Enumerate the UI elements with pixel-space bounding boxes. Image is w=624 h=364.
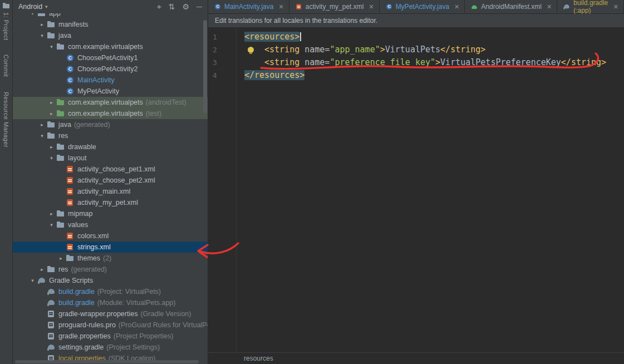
tree-item-label: manifests [58,21,89,28]
xml-file-icon [66,187,75,196]
tree-item-strings-xml[interactable]: strings.xml [13,242,208,253]
xml-file-icon [66,243,75,252]
gradle-icon [47,298,56,307]
tree-item-annotation: (Project Properties) [114,332,174,340]
tab-close-icon[interactable]: ✕ [613,3,618,11]
settings-icon[interactable]: ⚙ [183,3,190,11]
tree-item-label: strings.xml [77,243,111,251]
code-editor[interactable]: 1<resources>2<string name="app_name">Vir… [208,28,624,352]
tree-item-mypetactivity[interactable]: MyPetActivity [13,86,208,97]
breadcrumb-resources[interactable]: resources [244,355,273,362]
tree-item-label: gradle.properties [58,332,111,340]
tree-item-label: layout [68,154,86,162]
tree-item-label: res [58,132,68,140]
tree-item-drawable[interactable]: ▸drawable [13,141,208,153]
translations-notification-banner: Edit translations for all locales in the… [208,14,624,28]
tree-item-activity-main-xml[interactable]: activity_main.xml [13,186,208,197]
tree-item-com-example-virtualpets[interactable]: ▸com.example.virtualpets(test) [13,108,208,119]
stripe-item-project[interactable]: 1: Project [3,12,9,40]
project-tool-icon[interactable] [3,3,9,9]
tab-close-icon[interactable]: ✕ [368,3,374,11]
expand-arrow-icon[interactable]: ▾ [47,44,56,50]
test-folder-icon [56,98,65,107]
expand-arrow-icon[interactable]: ▾ [37,133,47,139]
collapse-arrow-icon[interactable]: ▸ [37,22,47,27]
tree-item-choosepetactivity1[interactable]: ChoosePetActivity1 [13,52,208,63]
folder-icon [56,220,65,229]
tree-item-java[interactable]: ▾java [13,30,208,41]
tree-item-build-gradle[interactable]: build.gradle(Project: VirtualPets) [13,286,208,297]
tree-item-gradle-scripts[interactable]: ▾Gradle Scripts [13,275,208,286]
properties-file-icon [47,321,56,329]
project-view-selector[interactable]: Android [18,3,42,11]
collapse-arrow-icon[interactable]: ▸ [47,144,56,150]
expand-arrow-icon[interactable]: ▾ [37,33,47,38]
expand-arrow-icon[interactable]: ▾ [47,222,56,228]
tree-item-annotation: (Project Settings) [106,343,160,351]
collapse-arrow-icon[interactable]: ▸ [47,211,56,217]
tab-close-icon[interactable]: ✕ [278,3,283,11]
tree-item-label: Gradle Scripts [49,277,93,284]
stripe-item-resource-manager[interactable]: Resource Manager [3,92,9,147]
tab-label: activity_my_pet.xml [306,3,364,11]
tree-item-build-gradle[interactable]: build.gradle(Module: VirtualPets.app) [13,297,208,308]
tab-label: AndroidManifest.xml [481,3,542,11]
tab-close-icon[interactable]: ✕ [547,3,552,11]
tree-item-values[interactable]: ▾values [13,219,208,230]
tree-item-proguard-rules-pro[interactable]: proguard-rules.pro(ProGuard Rules for Vi… [13,319,208,331]
tree-item-settings-gradle[interactable]: settings.gradle(Project Settings) [13,342,208,353]
editor-tab-mainactivity-java[interactable]: MainActivity.java✕ [208,0,289,13]
tree-item-annotation: (Module: VirtualPets.app) [97,299,176,307]
stripe-item-commit[interactable]: Commit [3,55,9,77]
xml-file-icon [66,165,75,174]
tree-item-choosepetactivity2[interactable]: ChoosePetActivity2 [13,63,208,75]
hide-panel-icon[interactable]: ─ [196,3,202,11]
class-icon [66,53,75,62]
collapse-arrow-icon[interactable]: ▸ [56,255,66,261]
collapse-arrow-icon[interactable]: ▸ [47,100,56,105]
collapse-arrow-icon[interactable]: ▸ [37,267,47,272]
tree-item-mainactivity[interactable]: MainActivity [13,75,208,86]
expand-arrow-icon[interactable]: ▾ [28,278,37,283]
tree-item-gradle-wrapper-properties[interactable]: gradle-wrapper.properties(Gradle Version… [13,308,208,319]
class-icon [66,65,75,73]
tree-item-com-example-virtualpets[interactable]: ▸com.example.virtualpets(androidTest) [13,97,208,108]
chevron-down-icon: ▾ [45,4,48,9]
collapse-all-icon[interactable]: ⇅ [169,3,175,11]
expand-arrow-icon[interactable]: ▾ [47,155,56,161]
notification-text: Edit translations for all locales in the… [215,17,377,24]
tree-item-manifests[interactable]: ▸manifests [13,19,208,30]
tree-item-colors-xml[interactable]: colors.xml [13,230,208,242]
tree-item-res[interactable]: ▸res(generated) [13,264,208,275]
intention-bulb-icon[interactable] [248,47,254,53]
tab-close-icon[interactable]: ✕ [454,3,459,11]
tree-item-res[interactable]: ▾res [13,130,208,141]
breadcrumb-bar: resources [208,352,624,364]
line-number: 3 [208,56,236,69]
project-vertical-scrollbar[interactable] [203,20,207,114]
code-text: </resources> [236,69,304,82]
editor-tab-activity-my-pet-xml[interactable]: activity_my_pet.xml✕ [289,0,380,13]
class-icon [66,76,75,85]
collapse-arrow-icon[interactable]: ▸ [37,122,47,127]
editor-tab-androidmanifest-xml[interactable]: AndroidManifest.xml✕ [465,0,557,13]
editor-tab-build-gradle-app-[interactable]: build.gradle (:app)✕ [557,0,624,13]
generated-folder-icon [47,265,56,274]
tree-item-java[interactable]: ▸java(generated) [13,119,208,130]
code-line: 3<string name="preference_file_key">Virt… [208,56,624,69]
tree-item-gradle-properties[interactable]: gradle.properties(Project Properties) [13,331,208,342]
tree-item-com-example-virtualpets[interactable]: ▾com.example.virtualpets [13,41,208,52]
tree-item-themes[interactable]: ▸themes(2) [13,253,208,264]
tree-item-activity-my-pet-xml[interactable]: activity_my_pet.xml [13,197,208,208]
project-horizontal-scrollbar[interactable] [15,360,199,363]
tree-item-annotation: (Project: VirtualPets) [97,288,161,296]
collapse-arrow-icon[interactable]: ▸ [47,111,56,116]
tree-item-layout[interactable]: ▾layout [13,153,208,164]
text-caret [300,32,301,41]
tree-item-mipmap[interactable]: ▸mipmap [13,208,208,219]
locate-icon[interactable]: ⌖ [157,3,161,11]
tree-item-activity-choose-pet1-xml[interactable]: activity_choose_pet1.xml [13,164,208,175]
tree-item-activity-choose-pet2-xml[interactable]: activity_choose_pet2.xml [13,175,208,186]
editor-tab-mypetactivity-java[interactable]: MyPetActivity.java✕ [380,0,465,13]
tree-item-label: settings.gradle [58,343,104,351]
